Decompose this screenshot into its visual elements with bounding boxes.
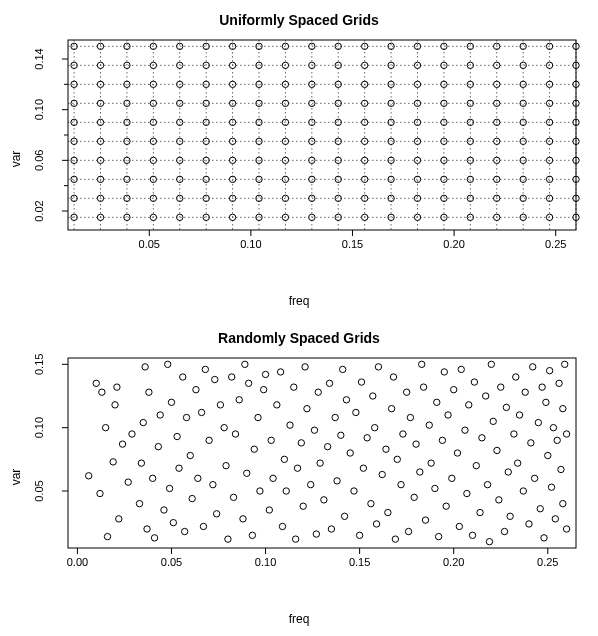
svg-point-281 (119, 441, 125, 447)
svg-point-370 (364, 435, 370, 441)
svg-point-315 (217, 402, 223, 408)
svg-text:0.20: 0.20 (443, 238, 464, 250)
svg-point-318 (225, 536, 231, 542)
svg-point-418 (486, 538, 492, 544)
svg-point-283 (129, 431, 135, 437)
svg-point-454 (563, 526, 569, 532)
plot-area: 0.050.100.150.200.250.020.060.100.14 (68, 40, 576, 230)
svg-point-426 (505, 469, 511, 475)
svg-point-284 (136, 500, 142, 506)
svg-point-382 (394, 456, 400, 462)
svg-point-338 (279, 523, 285, 529)
svg-point-321 (232, 431, 238, 437)
svg-point-293 (157, 412, 163, 418)
svg-point-279 (114, 384, 120, 390)
svg-point-344 (294, 465, 300, 471)
svg-point-449 (556, 380, 562, 386)
svg-point-286 (140, 419, 146, 425)
svg-point-414 (477, 509, 483, 515)
svg-point-313 (212, 376, 218, 382)
svg-point-415 (479, 435, 485, 441)
svg-point-298 (170, 519, 176, 525)
svg-point-367 (356, 532, 362, 538)
svg-point-275 (102, 424, 108, 430)
svg-point-366 (353, 409, 359, 415)
svg-point-407 (458, 366, 464, 372)
chart-title: Randomly Spaced Grids (0, 330, 598, 346)
svg-point-411 (469, 532, 475, 538)
svg-point-336 (274, 402, 280, 408)
svg-point-324 (242, 361, 248, 367)
svg-point-380 (390, 374, 396, 380)
svg-point-412 (471, 379, 477, 385)
svg-point-316 (221, 424, 227, 430)
svg-text:0.25: 0.25 (545, 238, 566, 250)
svg-point-322 (236, 397, 242, 403)
svg-point-274 (99, 389, 105, 395)
svg-point-375 (375, 364, 381, 370)
svg-point-385 (403, 389, 409, 395)
svg-text:0.02: 0.02 (33, 200, 45, 221)
svg-rect-0 (68, 40, 576, 230)
svg-point-446 (550, 424, 556, 430)
svg-point-390 (417, 469, 423, 475)
svg-point-326 (245, 380, 251, 386)
svg-point-331 (260, 386, 266, 392)
svg-point-328 (251, 446, 257, 452)
svg-point-397 (434, 399, 440, 405)
svg-point-276 (104, 533, 110, 539)
svg-text:0.25: 0.25 (537, 556, 558, 568)
svg-point-311 (206, 437, 212, 443)
svg-point-372 (370, 393, 376, 399)
svg-text:0.10: 0.10 (33, 99, 45, 120)
svg-point-448 (554, 437, 560, 443)
svg-point-453 (562, 361, 568, 367)
svg-point-287 (142, 364, 148, 370)
svg-text:0.05: 0.05 (161, 556, 182, 568)
svg-point-339 (281, 456, 287, 462)
svg-point-452 (560, 500, 566, 506)
plot-area: 0.000.050.100.150.200.250.050.100.15 (68, 358, 576, 548)
svg-point-386 (405, 528, 411, 534)
svg-text:0.15: 0.15 (33, 354, 45, 375)
svg-point-416 (482, 393, 488, 399)
svg-point-428 (511, 431, 517, 437)
svg-point-413 (473, 462, 479, 468)
svg-point-442 (543, 399, 549, 405)
svg-point-346 (300, 503, 306, 509)
svg-point-401 (443, 503, 449, 509)
svg-point-394 (426, 422, 432, 428)
svg-point-420 (490, 418, 496, 424)
svg-point-291 (151, 535, 157, 541)
svg-point-307 (195, 475, 201, 481)
svg-point-443 (545, 452, 551, 458)
svg-point-323 (240, 516, 246, 522)
svg-point-399 (439, 437, 445, 443)
svg-point-379 (388, 405, 394, 411)
svg-point-396 (432, 485, 438, 491)
svg-text:0.10: 0.10 (255, 556, 276, 568)
svg-point-304 (187, 452, 193, 458)
svg-point-343 (292, 536, 298, 542)
svg-point-388 (411, 494, 417, 500)
svg-point-309 (200, 523, 206, 529)
svg-point-272 (93, 380, 99, 386)
svg-point-330 (257, 488, 263, 494)
svg-point-393 (422, 517, 428, 523)
svg-point-285 (138, 460, 144, 466)
svg-point-376 (379, 471, 385, 477)
svg-point-288 (144, 526, 150, 532)
svg-point-359 (334, 478, 340, 484)
svg-point-422 (496, 497, 502, 503)
plot-svg: 0.050.100.150.200.250.020.060.100.14 (68, 40, 576, 270)
y-axis-label: var (9, 151, 23, 168)
svg-point-440 (539, 384, 545, 390)
svg-point-334 (268, 437, 274, 443)
svg-point-364 (347, 450, 353, 456)
svg-text:0.10: 0.10 (240, 238, 261, 250)
svg-point-327 (249, 532, 255, 538)
svg-point-381 (392, 536, 398, 542)
svg-point-335 (270, 475, 276, 481)
svg-point-444 (546, 367, 552, 373)
svg-point-421 (494, 447, 500, 453)
